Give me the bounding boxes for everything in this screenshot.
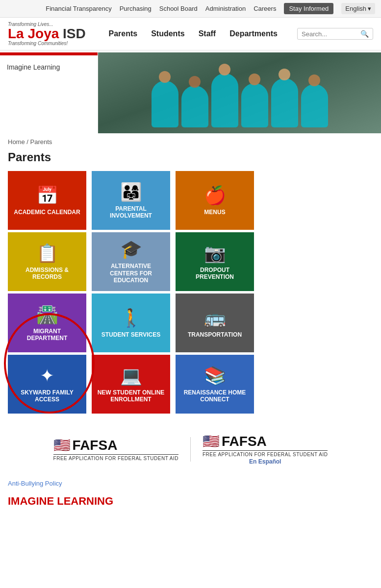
search-input[interactable] [302,30,360,38]
calendar-icon: 📅 [36,185,58,206]
careers-link[interactable]: Careers [254,5,276,12]
fafsa-title-1: FAFSA [73,438,118,453]
fafsa-flag-1: 🇺🇸 [53,437,71,453]
skyward-icon: ✦ [40,366,54,386]
breadcrumb-home[interactable]: Home [8,138,25,146]
tiles-grid: 📅 ACADEMIC CALENDAR 👨‍👩‍👧 Parental Invol… [0,171,265,423]
nav-staff[interactable]: Staff [199,29,216,38]
tile-renaissance-label: RENAISSANCE HOME CONNECT [180,389,249,403]
tile-renaissance[interactable]: 📚 RENAISSANCE HOME CONNECT [176,355,254,414]
tile-skyward-label: SKYWARD Family Access [13,389,81,403]
tile-parental-involvement[interactable]: 👨‍👩‍👧 Parental Involvement [92,171,170,230]
book-icon: 📚 [204,366,226,386]
school-board-link[interactable]: School Board [159,5,198,12]
fafsa-espanol-label: En Español [203,458,328,465]
sidebar-item-imagine-learning[interactable]: Imagine Learning [0,55,98,79]
tile-menus-label: MENUS [204,209,225,216]
tile-admissions-records[interactable]: 📋 Admissions & Records [8,232,86,291]
fafsa-english[interactable]: 🇺🇸 FAFSA FREE APPLICATION FOR FEDERAL ST… [46,437,186,461]
fafsa-section: 🇺🇸 FAFSA FREE APPLICATION FOR FEDERAL ST… [0,423,381,475]
tile-parental-involvement-label: Parental Involvement [97,205,165,220]
nav-parents[interactable]: Parents [108,29,137,38]
fafsa-subtitle-2: FREE APPLICATION FOR FEDERAL STUDENT AID [203,450,328,457]
financial-transparency-link[interactable]: Financial Transparency [46,5,111,12]
nav-students[interactable]: Students [151,29,184,38]
tile-student-services[interactable]: 🚶 Student Services [92,294,170,352]
anti-bullying-link[interactable]: Anti-Bullying Policy [8,480,373,487]
tile-transportation[interactable]: 🚌 Transportation [176,294,254,352]
stay-informed-button[interactable]: Stay Informed [284,3,333,14]
fafsa-flag-2: 🇺🇸 [203,433,220,449]
tile-transportation-label: Transportation [188,331,242,338]
tile-skyward[interactable]: ✦ SKYWARD Family Access [8,355,86,414]
document-icon: 📋 [36,243,58,264]
navigation-area: Parents Students Staff Departments 🔍 [86,24,373,44]
imagine-learning-heading: IMAGINE LEARNING [0,494,381,515]
page-title: Parents [0,150,381,171]
breadcrumb: Home / Parents [0,133,381,150]
tile-online-enrollment[interactable]: 💻 New Student Online Enrollment [92,355,170,414]
apple-icon: 🍎 [204,185,226,206]
fafsa-divider [190,437,191,462]
breadcrumb-separator: / [26,138,30,146]
logo[interactable]: Transforming Lives... La Joya ISD Transf… [8,22,86,46]
bottom-links: Anti-Bullying Policy [0,475,381,494]
tile-enrollment-label: New Student Online Enrollment [97,389,165,403]
tile-student-label: Student Services [102,331,160,338]
chevron-down-icon: ▾ [368,5,371,12]
site-header: Transforming Lives... La Joya ISD Transf… [0,18,381,50]
tile-admissions-label: Admissions & Records [13,267,81,281]
fafsa-subtitle-1: FREE APPLICATION FOR FEDERAL STUDENT AID [53,454,178,461]
hero-section: Imagine Learning [0,52,381,133]
walk-icon: 🚶 [120,308,142,328]
tile-alternative-centers[interactable]: 🎓 Alternative Centers for Education [92,232,170,291]
tile-alternative-label: Alternative Centers for Education [97,263,165,284]
hero-image [98,52,381,133]
tile-dropout-label: Dropout Prevention [180,267,249,281]
main-nav: Parents Students Staff Departments 🔍 [108,24,373,44]
graduation-icon: 🎓 [120,239,142,260]
tile-academic-calendar-label: ACADEMIC CALENDAR [14,209,80,216]
fafsa-title-2: FAFSA [222,434,267,449]
computer-icon: 💻 [120,366,142,386]
tile-academic-calendar[interactable]: 📅 ACADEMIC CALENDAR [8,171,86,230]
search-bar[interactable]: 🔍 [297,28,373,40]
utility-bar: Financial Transparency Purchasing School… [0,0,381,18]
road-icon: 🛣️ [36,304,58,325]
english-label: English [345,5,366,12]
breadcrumb-current: Parents [30,138,52,146]
logo-tagline-bottom: Transforming Communities! [8,41,86,46]
tile-dropout-prevention[interactable]: 📷 Dropout Prevention [176,232,254,291]
people-icon: 👨‍👩‍👧 [120,182,142,202]
nav-departments[interactable]: Departments [229,29,278,38]
fafsa-spanish[interactable]: 🇺🇸 FAFSA FREE APPLICATION FOR FEDERAL ST… [195,433,335,465]
sidebar: Imagine Learning [0,52,98,133]
purchasing-link[interactable]: Purchasing [120,5,152,12]
tile-migrant-department[interactable]: 🛣️ Migrant Department [8,294,86,352]
bus-icon: 🚌 [204,308,226,328]
logo-name: La Joya [8,26,63,41]
camera-icon: 📷 [204,243,226,264]
logo-isd: ISD [63,26,86,41]
search-icon[interactable]: 🔍 [360,30,369,38]
tile-migrant-label: Migrant Department [13,328,81,342]
language-selector[interactable]: English ▾ [341,3,375,14]
administration-link[interactable]: Administration [205,5,246,12]
tile-menus[interactable]: 🍎 MENUS [176,171,254,230]
